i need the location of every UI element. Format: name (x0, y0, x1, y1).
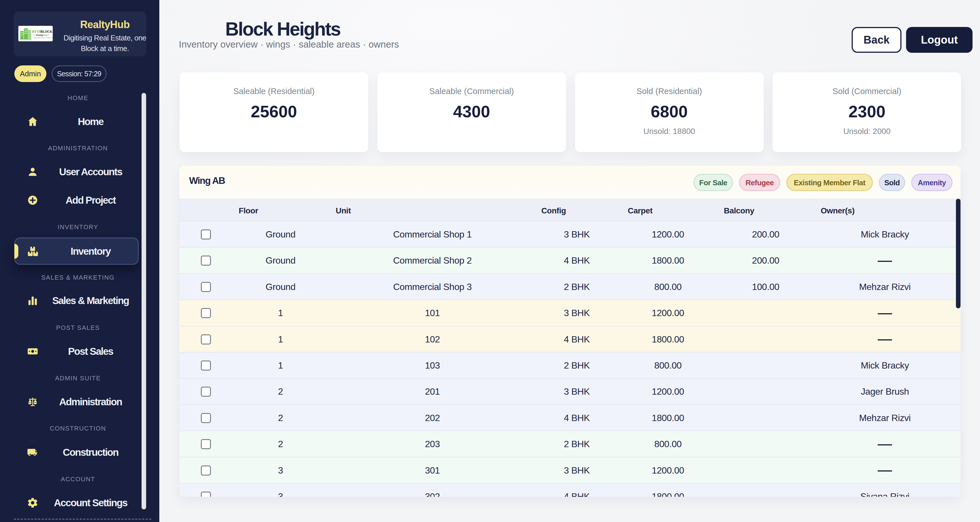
svg-text:Digitising Real Estate, one Bl: Digitising Real Estate, one Block at a T… (33, 37, 53, 38)
svg-text:BYTE: BYTE (32, 30, 41, 34)
svg-text:Hub: Hub (42, 34, 47, 37)
svg-text:BLOCK: BLOCK (40, 30, 52, 34)
svg-text:Realty: Realty (36, 34, 43, 37)
